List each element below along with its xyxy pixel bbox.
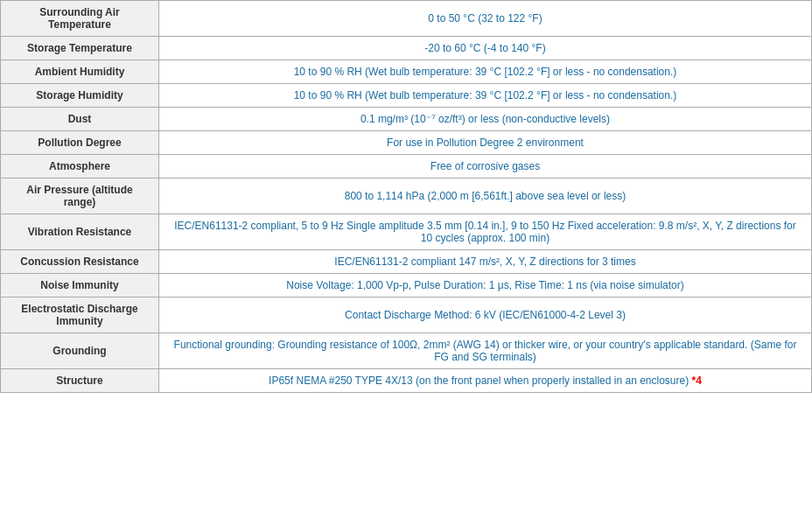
row-value: 10 to 90 % RH (Wet bulb temperature: 39 … <box>159 84 812 108</box>
row-label: Electrostatic Discharge Immunity <box>1 298 159 333</box>
row-label: Ambient Humidity <box>1 60 159 84</box>
row-value: 0 to 50 °C (32 to 122 °F) <box>159 1 812 37</box>
specs-table: Surrounding Air Temperature0 to 50 °C (3… <box>0 0 812 393</box>
row-label: Noise Immunity <box>1 274 159 298</box>
row-label: Grounding <box>1 333 159 369</box>
table-row: AtmosphereFree of corrosive gases <box>1 155 812 178</box>
row-value: 0.1 mg/m³ (10⁻⁷ oz/ft³) or less (non-con… <box>159 108 812 131</box>
row-value: IP65f NEMA #250 TYPE 4X/13 (on the front… <box>159 369 812 393</box>
row-value: -20 to 60 °C (-4 to 140 °F) <box>159 37 812 60</box>
table-row: Surrounding Air Temperature0 to 50 °C (3… <box>1 1 812 37</box>
row-label: Air Pressure (altitude range) <box>1 178 159 214</box>
row-value: For use in Pollution Degree 2 environmen… <box>159 131 812 155</box>
row-label: Surrounding Air Temperature <box>1 1 159 37</box>
row-label: Storage Humidity <box>1 84 159 108</box>
table-row: Vibration ResistanceIEC/EN61131-2 compli… <box>1 214 812 250</box>
row-value: Noise Voltage: 1,000 Vp-p, Pulse Duratio… <box>159 274 812 298</box>
row-value: 800 to 1,114 hPa (2,000 m [6,561ft.] abo… <box>159 178 812 214</box>
row-value: 10 to 90 % RH (Wet bulb temperature: 39 … <box>159 60 812 84</box>
table-row: Concussion ResistanceIEC/EN61131-2 compl… <box>1 250 812 274</box>
table-row: GroundingFunctional grounding: Grounding… <box>1 333 812 369</box>
table-row: Ambient Humidity10 to 90 % RH (Wet bulb … <box>1 60 812 84</box>
row-label: Storage Temperature <box>1 37 159 60</box>
row-label: Dust <box>1 108 159 131</box>
row-value: IEC/EN61131-2 compliant, 5 to 9 Hz Singl… <box>159 214 812 250</box>
row-value: Free of corrosive gases <box>159 155 812 178</box>
table-row: Storage Humidity10 to 90 % RH (Wet bulb … <box>1 84 812 108</box>
row-label: Pollution Degree <box>1 131 159 155</box>
table-row: Storage Temperature-20 to 60 °C (-4 to 1… <box>1 37 812 60</box>
row-label: Concussion Resistance <box>1 250 159 274</box>
table-row: Air Pressure (altitude range)800 to 1,11… <box>1 178 812 214</box>
table-row: StructureIP65f NEMA #250 TYPE 4X/13 (on … <box>1 369 812 393</box>
row-label: Atmosphere <box>1 155 159 178</box>
table-row: Electrostatic Discharge ImmunityContact … <box>1 298 812 333</box>
row-label: Vibration Resistance <box>1 214 159 250</box>
row-value: IEC/EN61131-2 compliant 147 m/s², X, Y, … <box>159 250 812 274</box>
row-value: Contact Discharge Method: 6 kV (IEC/EN61… <box>159 298 812 333</box>
row-label: Structure <box>1 369 159 393</box>
row-value: Functional grounding: Grounding resistan… <box>159 333 812 369</box>
table-row: Noise ImmunityNoise Voltage: 1,000 Vp-p,… <box>1 274 812 298</box>
table-row: Dust0.1 mg/m³ (10⁻⁷ oz/ft³) or less (non… <box>1 108 812 131</box>
table-row: Pollution DegreeFor use in Pollution Deg… <box>1 131 812 155</box>
